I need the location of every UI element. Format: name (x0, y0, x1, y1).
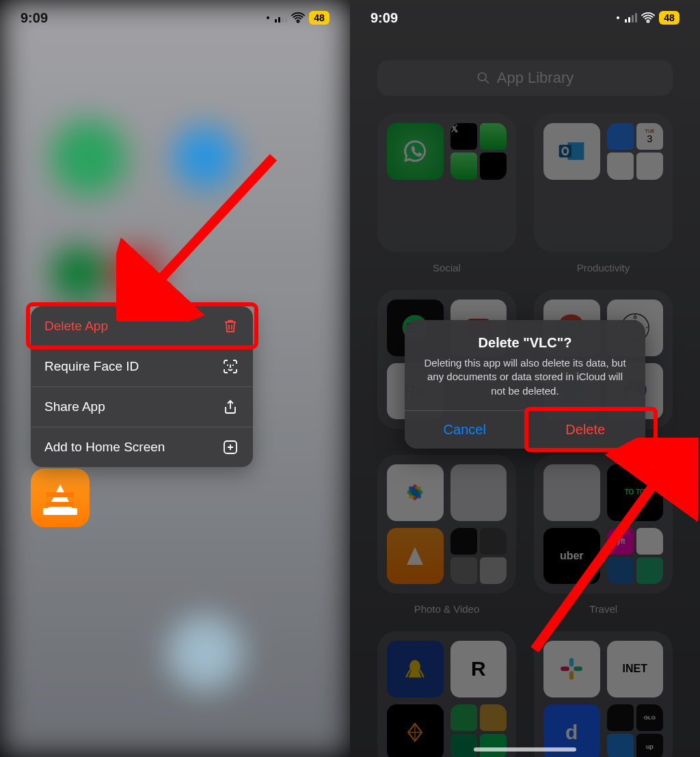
plus-square-icon (221, 438, 239, 456)
menu-item-label: Require Face ID (44, 359, 139, 374)
battery-badge: 48 (309, 11, 329, 25)
faceid-icon (221, 358, 239, 375)
menu-item-label: Delete App (44, 319, 108, 334)
delete-alert: Delete "VLC"? Deleting this app will als… (405, 320, 645, 449)
cellular-signal-icon (625, 13, 637, 23)
trash-icon (221, 317, 239, 335)
alert-message: Deleting this app will also delete its d… (420, 356, 630, 398)
alert-delete-button[interactable]: Delete (526, 411, 646, 449)
cellular-dot-icon (617, 16, 619, 19)
menu-item-share-app[interactable]: Share App (31, 387, 253, 427)
status-bar: 9:09 48 (350, 0, 700, 36)
alert-cancel-button[interactable]: Cancel (405, 411, 526, 449)
home-indicator[interactable] (474, 747, 576, 752)
cellular-signal-icon (275, 13, 287, 23)
status-time: 9:09 (21, 10, 48, 26)
menu-item-label: Add to Home Screen (44, 440, 165, 455)
alert-title: Delete "VLC"? (420, 335, 630, 351)
wifi-icon (291, 12, 305, 23)
menu-item-require-faceid[interactable]: Require Face ID (31, 347, 253, 387)
wifi-icon (641, 12, 655, 23)
status-right: 48 (267, 11, 329, 25)
vlc-cone-icon (46, 484, 74, 512)
menu-item-delete-app[interactable]: Delete App (31, 306, 253, 347)
battery-badge: 48 (659, 11, 679, 25)
menu-item-add-home[interactable]: Add to Home Screen (31, 427, 253, 467)
status-time: 9:09 (371, 10, 398, 26)
screenshot-right: 9:09 48 App Library 𝕏 TUE3 (350, 0, 700, 757)
screenshot-left: 9:09 48 Delete App Require Face ID (0, 0, 350, 757)
status-right: 48 (617, 11, 679, 25)
context-menu: Delete App Require Face ID Share App Add… (31, 306, 253, 467)
status-bar: 9:09 48 (0, 0, 350, 36)
app-icon-vlc[interactable] (31, 468, 90, 527)
share-icon (221, 398, 239, 416)
menu-item-label: Share App (44, 399, 105, 414)
cellular-dot-icon (267, 16, 269, 19)
